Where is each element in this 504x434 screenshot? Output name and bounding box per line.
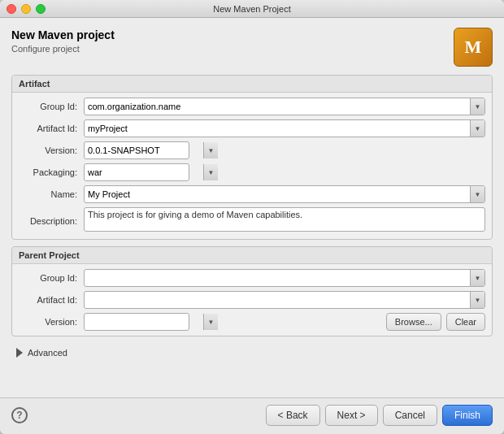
browse-button[interactable]: Browse... — [386, 313, 441, 331]
wizard-header-text: New Maven project Configure project — [11, 28, 115, 54]
group-id-input-wrapper — [84, 98, 485, 115]
next-button[interactable]: Next > — [325, 405, 378, 426]
help-button[interactable]: ? — [11, 407, 28, 423]
footer-buttons: < Back Next > Cancel Finish — [266, 405, 493, 426]
finish-button[interactable]: Finish — [442, 405, 493, 426]
version-field — [84, 141, 485, 159]
maximize-button[interactable] — [36, 4, 46, 14]
description-label: Description: — [19, 216, 84, 226]
packaging-input[interactable] — [85, 167, 203, 177]
artifact-section: Artifact Group Id: Artifact Id: — [11, 75, 493, 240]
description-input[interactable]: This project is for giving a demo of Mav… — [84, 207, 485, 232]
advanced-triangle-icon — [16, 348, 23, 358]
parent-artifact-id-label: Artifact Id: — [19, 295, 84, 305]
wizard-icon: M — [454, 28, 493, 67]
name-input[interactable] — [85, 186, 470, 202]
artifact-id-row: Artifact Id: — [19, 119, 485, 137]
advanced-label: Advanced — [28, 348, 67, 358]
packaging-field — [84, 163, 485, 181]
main-window: New Maven Project New Maven project Conf… — [0, 0, 504, 434]
artifact-section-title: Artifact — [12, 76, 492, 93]
artifact-id-input-wrapper — [84, 119, 485, 137]
artifact-id-label: Artifact Id: — [19, 124, 84, 133]
parent-artifact-id-input-wrapper — [84, 291, 485, 309]
group-id-field — [84, 98, 485, 115]
parent-group-id-input[interactable] — [85, 270, 470, 286]
packaging-row: Packaging: — [19, 163, 485, 181]
wizard-subtitle: Configure project — [11, 44, 115, 54]
packaging-dropdown-arrow[interactable] — [203, 164, 218, 180]
artifact-id-field — [84, 119, 485, 137]
parent-artifact-id-input[interactable] — [85, 292, 470, 308]
close-button[interactable] — [7, 4, 16, 14]
parent-version-dropdown-arrow[interactable] — [203, 314, 218, 330]
wizard-content: New Maven project Configure project M Ar… — [0, 18, 504, 397]
group-id-dropdown-arrow[interactable] — [470, 98, 484, 115]
parent-version-input[interactable] — [85, 317, 203, 327]
wizard-header: New Maven project Configure project M — [11, 28, 493, 67]
parent-section-title: Parent Project — [12, 247, 492, 264]
artifact-section-body: Group Id: Artifact Id: — [12, 93, 492, 239]
parent-section-body: Group Id: Artifact Id: — [12, 264, 492, 336]
version-row: Version: — [19, 141, 485, 159]
group-id-row: Group Id: — [19, 98, 485, 115]
artifact-id-dropdown-arrow[interactable] — [470, 120, 484, 137]
parent-group-id-input-wrapper — [84, 269, 485, 287]
parent-group-id-field — [84, 269, 485, 287]
parent-version-row: Version: Browse... Clear — [19, 313, 485, 331]
clear-button[interactable]: Clear — [446, 313, 485, 331]
parent-artifact-id-row: Artifact Id: — [19, 291, 485, 309]
version-input-wrapper — [84, 141, 189, 159]
parent-section: Parent Project Group Id: Artifact Id: — [11, 246, 493, 336]
name-label: Name: — [19, 189, 84, 199]
footer: ? < Back Next > Cancel Finish — [0, 397, 504, 434]
back-button[interactable]: < Back — [266, 405, 320, 426]
name-dropdown-arrow[interactable] — [470, 186, 484, 202]
version-label: Version: — [19, 145, 84, 155]
parent-version-input-wrapper — [84, 313, 189, 331]
minimize-button[interactable] — [21, 4, 31, 14]
group-id-label: Group Id: — [19, 102, 84, 111]
title-bar: New Maven Project — [0, 0, 504, 18]
parent-artifact-id-dropdown-arrow[interactable] — [470, 292, 484, 308]
version-input[interactable] — [85, 145, 203, 155]
parent-version-controls: Browse... Clear — [84, 313, 485, 331]
description-row: Description: This project is for giving … — [19, 207, 485, 234]
packaging-label: Packaging: — [19, 167, 84, 177]
description-field: This project is for giving a demo of Mav… — [84, 207, 485, 234]
artifact-id-input[interactable] — [85, 120, 470, 137]
group-id-input[interactable] — [85, 98, 470, 115]
window-title: New Maven Project — [213, 4, 290, 14]
traffic-lights — [7, 4, 46, 14]
name-field — [84, 185, 485, 203]
wizard-title: New Maven project — [11, 28, 115, 44]
parent-group-id-dropdown-arrow[interactable] — [470, 270, 484, 286]
name-input-wrapper — [84, 185, 485, 203]
packaging-input-wrapper — [84, 163, 189, 181]
parent-group-id-row: Group Id: — [19, 269, 485, 287]
name-row: Name: — [19, 185, 485, 203]
parent-artifact-id-field — [84, 291, 485, 309]
version-dropdown-arrow[interactable] — [203, 142, 218, 158]
cancel-button[interactable]: Cancel — [383, 405, 437, 426]
parent-version-label: Version: — [19, 317, 84, 327]
parent-group-id-label: Group Id: — [19, 273, 84, 283]
advanced-row[interactable]: Advanced — [11, 343, 493, 362]
